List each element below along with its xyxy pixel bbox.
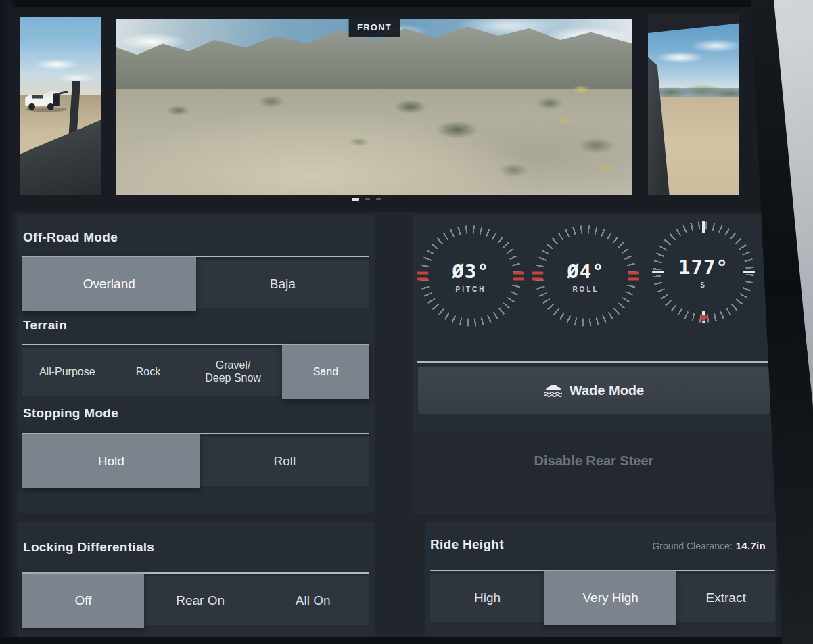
level-mark-icon [532,272,543,281]
screen-bezel-left [0,0,16,644]
front-cam-shrubs [116,19,632,195]
option-all-purpose[interactable]: All-Purpose [22,348,112,396]
heading-caption: S [700,281,707,289]
disable-rear-steer-button[interactable]: Disable Rear Steer [418,438,770,483]
roll-value: Ø4° [567,260,604,283]
level-mark-icon [417,272,428,281]
option-sand[interactable]: Sand [282,345,369,399]
option-diff-all-on[interactable]: All On [256,576,369,625]
ground-clearance-value: 14.7in [736,540,766,551]
level-mark-icon [513,272,524,281]
option-very-high[interactable]: Very High [544,571,676,625]
front-camera-label: FRONT [348,19,400,37]
page-dot[interactable] [376,198,381,200]
stopping-mode-control: Hold Roll [22,437,369,486]
off-road-mode-control: Overland Baja [22,260,369,308]
heading-value: 177° [678,256,728,279]
right-camera-view[interactable] [648,14,739,195]
terrain-control: All-Purpose Rock Gravel/ Deep Snow Sand [22,348,369,396]
right-cam-clouds [648,32,739,79]
option-diff-off[interactable]: Off [22,574,144,628]
ride-height-label: Ride Height [430,537,504,552]
terrain-label: Terrain [23,318,67,333]
level-mark-icon [628,272,639,281]
front-camera-view[interactable]: FRONT [116,19,632,195]
pitch-value: Ø3° [452,260,489,283]
compass-gauge: 177° S [652,221,755,323]
stopping-mode-label: Stopping Mode [23,406,118,421]
ground-clearance-readout: Ground Clearance:14.7in [652,540,766,551]
locking-differentials-control: Off Rear On All On [22,576,369,625]
section-divider [417,361,770,363]
vehicle-offroad-screen: FRONT Off-Road Mode Overland Baja Terr [0,0,813,644]
locking-differentials-label: Locking Differentials [23,540,154,555]
ground-clearance-label: Ground Clearance: [652,540,732,551]
option-high[interactable]: High [430,574,544,622]
option-overland[interactable]: Overland [22,257,196,311]
option-rock[interactable]: Rock [112,348,185,396]
camera-page-indicator [352,198,381,201]
ride-height-control: High Very High Extract [430,574,775,622]
wade-mode-icon [544,384,562,398]
option-roll[interactable]: Roll [200,437,369,486]
off-road-mode-label: Off-Road Mode [23,230,118,245]
option-hold[interactable]: Hold [22,434,200,488]
left-camera-view[interactable] [20,17,101,195]
page-dot[interactable] [365,198,370,200]
option-extract[interactable]: Extract [676,574,775,622]
wade-mode-button[interactable]: Wade Mode [418,367,770,414]
screen-bezel-bottom [0,637,813,644]
screen-bezel-top [0,0,813,7]
roll-caption: ROLL [572,285,599,293]
option-diff-rear-on[interactable]: Rear On [144,576,257,625]
camera-panel: FRONT [0,0,813,212]
page-dot-active[interactable] [352,198,359,201]
pitch-caption: PITCH [456,285,486,293]
option-gravel-deep-snow[interactable]: Gravel/ Deep Snow [184,348,281,396]
roll-gauge: Ø4° ROLL [534,225,637,327]
pitch-gauge: Ø3° PITCH [419,225,522,327]
option-baja[interactable]: Baja [196,260,370,308]
